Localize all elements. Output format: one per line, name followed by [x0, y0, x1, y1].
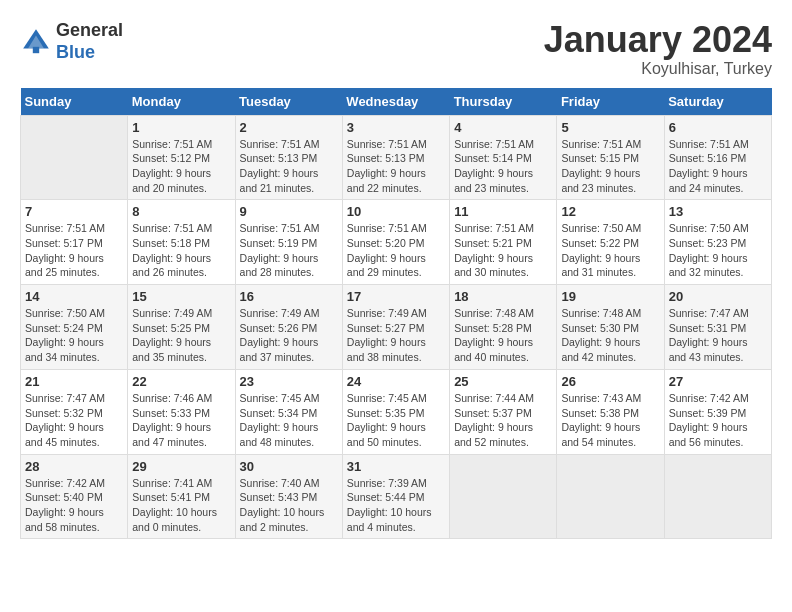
calendar-cell: 16Sunrise: 7:49 AMSunset: 5:26 PMDayligh… — [235, 285, 342, 370]
day-number: 17 — [347, 289, 445, 304]
calendar-week-row: 14Sunrise: 7:50 AMSunset: 5:24 PMDayligh… — [21, 285, 772, 370]
day-number: 8 — [132, 204, 230, 219]
day-number: 25 — [454, 374, 552, 389]
title-block: January 2024 Koyulhisar, Turkey — [544, 20, 772, 78]
day-info: Sunrise: 7:42 AMSunset: 5:40 PMDaylight:… — [25, 476, 123, 535]
weekday-header-sunday: Sunday — [21, 88, 128, 116]
day-info: Sunrise: 7:51 AMSunset: 5:14 PMDaylight:… — [454, 137, 552, 196]
day-info: Sunrise: 7:51 AMSunset: 5:17 PMDaylight:… — [25, 221, 123, 280]
calendar-cell: 12Sunrise: 7:50 AMSunset: 5:22 PMDayligh… — [557, 200, 664, 285]
calendar-cell: 25Sunrise: 7:44 AMSunset: 5:37 PMDayligh… — [450, 369, 557, 454]
calendar-cell: 1Sunrise: 7:51 AMSunset: 5:12 PMDaylight… — [128, 115, 235, 200]
calendar-cell: 14Sunrise: 7:50 AMSunset: 5:24 PMDayligh… — [21, 285, 128, 370]
day-info: Sunrise: 7:43 AMSunset: 5:38 PMDaylight:… — [561, 391, 659, 450]
calendar-week-row: 7Sunrise: 7:51 AMSunset: 5:17 PMDaylight… — [21, 200, 772, 285]
calendar-cell: 23Sunrise: 7:45 AMSunset: 5:34 PMDayligh… — [235, 369, 342, 454]
day-info: Sunrise: 7:51 AMSunset: 5:13 PMDaylight:… — [240, 137, 338, 196]
day-info: Sunrise: 7:48 AMSunset: 5:30 PMDaylight:… — [561, 306, 659, 365]
calendar-cell: 20Sunrise: 7:47 AMSunset: 5:31 PMDayligh… — [664, 285, 771, 370]
month-title: January 2024 — [544, 20, 772, 60]
day-number: 21 — [25, 374, 123, 389]
calendar-cell: 3Sunrise: 7:51 AMSunset: 5:13 PMDaylight… — [342, 115, 449, 200]
calendar-cell: 13Sunrise: 7:50 AMSunset: 5:23 PMDayligh… — [664, 200, 771, 285]
day-number: 24 — [347, 374, 445, 389]
day-info: Sunrise: 7:50 AMSunset: 5:23 PMDaylight:… — [669, 221, 767, 280]
calendar-cell: 2Sunrise: 7:51 AMSunset: 5:13 PMDaylight… — [235, 115, 342, 200]
day-number: 19 — [561, 289, 659, 304]
calendar-table: SundayMondayTuesdayWednesdayThursdayFrid… — [20, 88, 772, 540]
logo-icon — [20, 26, 52, 58]
day-number: 12 — [561, 204, 659, 219]
calendar-cell: 19Sunrise: 7:48 AMSunset: 5:30 PMDayligh… — [557, 285, 664, 370]
calendar-cell: 26Sunrise: 7:43 AMSunset: 5:38 PMDayligh… — [557, 369, 664, 454]
day-info: Sunrise: 7:40 AMSunset: 5:43 PMDaylight:… — [240, 476, 338, 535]
day-number: 30 — [240, 459, 338, 474]
calendar-cell: 24Sunrise: 7:45 AMSunset: 5:35 PMDayligh… — [342, 369, 449, 454]
calendar-cell — [450, 454, 557, 539]
weekday-header-tuesday: Tuesday — [235, 88, 342, 116]
day-info: Sunrise: 7:51 AMSunset: 5:16 PMDaylight:… — [669, 137, 767, 196]
calendar-cell — [21, 115, 128, 200]
day-info: Sunrise: 7:47 AMSunset: 5:31 PMDaylight:… — [669, 306, 767, 365]
day-info: Sunrise: 7:49 AMSunset: 5:25 PMDaylight:… — [132, 306, 230, 365]
location: Koyulhisar, Turkey — [544, 60, 772, 78]
day-number: 10 — [347, 204, 445, 219]
calendar-cell: 22Sunrise: 7:46 AMSunset: 5:33 PMDayligh… — [128, 369, 235, 454]
calendar-cell: 6Sunrise: 7:51 AMSunset: 5:16 PMDaylight… — [664, 115, 771, 200]
day-info: Sunrise: 7:51 AMSunset: 5:15 PMDaylight:… — [561, 137, 659, 196]
day-number: 13 — [669, 204, 767, 219]
day-info: Sunrise: 7:48 AMSunset: 5:28 PMDaylight:… — [454, 306, 552, 365]
calendar-cell: 18Sunrise: 7:48 AMSunset: 5:28 PMDayligh… — [450, 285, 557, 370]
calendar-cell: 29Sunrise: 7:41 AMSunset: 5:41 PMDayligh… — [128, 454, 235, 539]
calendar-cell: 7Sunrise: 7:51 AMSunset: 5:17 PMDaylight… — [21, 200, 128, 285]
logo-general-text: General — [56, 20, 123, 40]
day-number: 20 — [669, 289, 767, 304]
day-number: 16 — [240, 289, 338, 304]
day-info: Sunrise: 7:39 AMSunset: 5:44 PMDaylight:… — [347, 476, 445, 535]
day-info: Sunrise: 7:51 AMSunset: 5:12 PMDaylight:… — [132, 137, 230, 196]
logo: General Blue — [20, 20, 123, 63]
calendar-cell: 30Sunrise: 7:40 AMSunset: 5:43 PMDayligh… — [235, 454, 342, 539]
calendar-cell: 8Sunrise: 7:51 AMSunset: 5:18 PMDaylight… — [128, 200, 235, 285]
day-number: 7 — [25, 204, 123, 219]
calendar-week-row: 28Sunrise: 7:42 AMSunset: 5:40 PMDayligh… — [21, 454, 772, 539]
day-info: Sunrise: 7:44 AMSunset: 5:37 PMDaylight:… — [454, 391, 552, 450]
calendar-cell — [557, 454, 664, 539]
weekday-header-wednesday: Wednesday — [342, 88, 449, 116]
weekday-header-thursday: Thursday — [450, 88, 557, 116]
calendar-cell: 9Sunrise: 7:51 AMSunset: 5:19 PMDaylight… — [235, 200, 342, 285]
day-number: 28 — [25, 459, 123, 474]
day-info: Sunrise: 7:50 AMSunset: 5:22 PMDaylight:… — [561, 221, 659, 280]
calendar-cell: 15Sunrise: 7:49 AMSunset: 5:25 PMDayligh… — [128, 285, 235, 370]
calendar-cell: 4Sunrise: 7:51 AMSunset: 5:14 PMDaylight… — [450, 115, 557, 200]
day-number: 29 — [132, 459, 230, 474]
weekday-header-friday: Friday — [557, 88, 664, 116]
day-info: Sunrise: 7:47 AMSunset: 5:32 PMDaylight:… — [25, 391, 123, 450]
day-number: 11 — [454, 204, 552, 219]
calendar-week-row: 1Sunrise: 7:51 AMSunset: 5:12 PMDaylight… — [21, 115, 772, 200]
day-number: 1 — [132, 120, 230, 135]
day-info: Sunrise: 7:50 AMSunset: 5:24 PMDaylight:… — [25, 306, 123, 365]
day-info: Sunrise: 7:41 AMSunset: 5:41 PMDaylight:… — [132, 476, 230, 535]
day-info: Sunrise: 7:45 AMSunset: 5:34 PMDaylight:… — [240, 391, 338, 450]
day-number: 18 — [454, 289, 552, 304]
calendar-cell: 11Sunrise: 7:51 AMSunset: 5:21 PMDayligh… — [450, 200, 557, 285]
weekday-header-saturday: Saturday — [664, 88, 771, 116]
day-number: 4 — [454, 120, 552, 135]
logo-blue-text: Blue — [56, 42, 95, 62]
calendar-cell: 21Sunrise: 7:47 AMSunset: 5:32 PMDayligh… — [21, 369, 128, 454]
day-info: Sunrise: 7:51 AMSunset: 5:13 PMDaylight:… — [347, 137, 445, 196]
calendar-cell: 28Sunrise: 7:42 AMSunset: 5:40 PMDayligh… — [21, 454, 128, 539]
calendar-cell: 10Sunrise: 7:51 AMSunset: 5:20 PMDayligh… — [342, 200, 449, 285]
day-info: Sunrise: 7:51 AMSunset: 5:21 PMDaylight:… — [454, 221, 552, 280]
day-number: 15 — [132, 289, 230, 304]
day-number: 26 — [561, 374, 659, 389]
calendar-cell: 27Sunrise: 7:42 AMSunset: 5:39 PMDayligh… — [664, 369, 771, 454]
day-number: 2 — [240, 120, 338, 135]
day-info: Sunrise: 7:49 AMSunset: 5:26 PMDaylight:… — [240, 306, 338, 365]
weekday-header-monday: Monday — [128, 88, 235, 116]
calendar-cell: 17Sunrise: 7:49 AMSunset: 5:27 PMDayligh… — [342, 285, 449, 370]
day-info: Sunrise: 7:51 AMSunset: 5:18 PMDaylight:… — [132, 221, 230, 280]
calendar-cell — [664, 454, 771, 539]
day-number: 31 — [347, 459, 445, 474]
